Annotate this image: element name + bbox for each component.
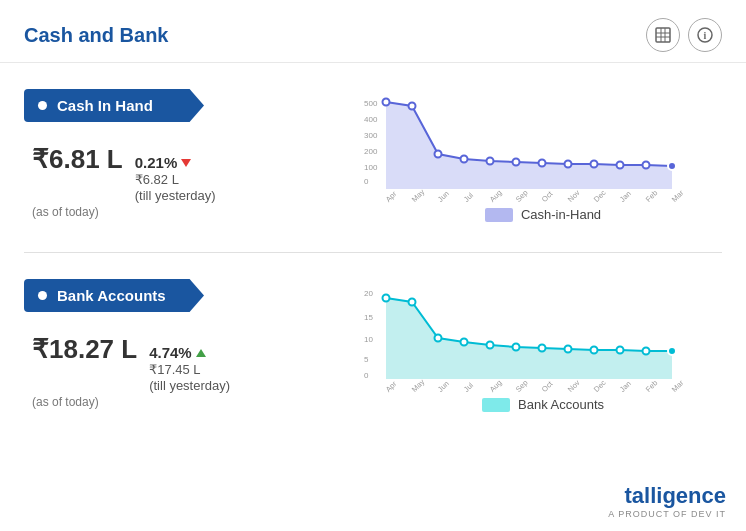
brand-tagline: A PRODUCT OF DEV IT <box>608 509 726 519</box>
svg-text:Feb: Feb <box>644 378 660 394</box>
chart-dot <box>539 345 546 352</box>
svg-text:Jul: Jul <box>462 381 475 394</box>
excel-icon-button[interactable] <box>646 18 680 52</box>
svg-text:Mar: Mar <box>670 188 686 204</box>
svg-text:Feb: Feb <box>644 188 660 204</box>
cash-in-hand-card: Cash In Hand ₹6.81 L 0.21% ₹6.82 L (till… <box>24 79 722 232</box>
chart-dot <box>565 161 572 168</box>
svg-text:0: 0 <box>364 371 369 380</box>
svg-text:400: 400 <box>364 115 378 124</box>
svg-text:Aug: Aug <box>488 378 504 394</box>
bank-accounts-value-row: ₹18.27 L 4.74% ₹17.45 L (till yesterday) <box>32 334 344 393</box>
bank-accounts-chart-area: 20 15 10 5 0 <box>344 279 722 412</box>
chart-dot <box>643 162 650 169</box>
svg-text:300: 300 <box>364 131 378 140</box>
chart-dot <box>435 335 442 342</box>
page-title: Cash and Bank <box>24 24 168 47</box>
chart-dot <box>617 347 624 354</box>
svg-text:100: 100 <box>364 163 378 172</box>
bank-accounts-left: Bank Accounts ₹18.27 L 4.74% ₹17.45 L (t… <box>24 279 344 409</box>
chart-dot-last <box>668 162 676 170</box>
svg-text:20: 20 <box>364 289 373 298</box>
bank-accounts-change: 4.74% ₹17.45 L (till yesterday) <box>149 344 230 393</box>
chart-dot <box>409 103 416 110</box>
svg-text:May: May <box>410 377 427 394</box>
main-content: Cash In Hand ₹6.81 L 0.21% ₹6.82 L (till… <box>0 63 746 458</box>
brand-name: talligence <box>625 483 726 509</box>
bank-legend-label: Bank Accounts <box>518 397 604 412</box>
svg-text:Dec: Dec <box>592 188 608 204</box>
svg-text:Jan: Jan <box>618 189 633 204</box>
chart-dot <box>617 162 624 169</box>
card-divider <box>24 252 722 253</box>
bank-accounts-chart: 20 15 10 5 0 <box>364 279 684 389</box>
cash-chart-fill <box>386 102 672 189</box>
chart-dot <box>591 347 598 354</box>
chart-dot <box>487 158 494 165</box>
cash-in-hand-as-of: (as of today) <box>32 205 344 219</box>
chart-dot <box>409 299 416 306</box>
info-icon-button[interactable]: i <box>688 18 722 52</box>
svg-text:Jul: Jul <box>462 191 475 204</box>
svg-text:May: May <box>410 187 427 204</box>
bank-accounts-badge: Bank Accounts <box>24 279 204 312</box>
svg-text:Aug: Aug <box>488 188 504 204</box>
svg-text:Oct: Oct <box>540 379 555 394</box>
svg-text:Nov: Nov <box>566 378 582 394</box>
header-actions: i <box>646 18 722 52</box>
bank-accounts-chart-container: 20 15 10 5 0 <box>364 279 722 393</box>
page-header: Cash and Bank i <box>0 0 746 63</box>
chart-dot <box>383 99 390 106</box>
bank-accounts-prev-value: ₹17.45 L <box>149 362 200 377</box>
bank-accounts-label: Bank Accounts <box>57 287 166 304</box>
svg-text:Dec: Dec <box>592 378 608 394</box>
cash-in-hand-badge: Cash In Hand <box>24 89 204 122</box>
svg-text:15: 15 <box>364 313 373 322</box>
bank-accounts-card: Bank Accounts ₹18.27 L 4.74% ₹17.45 L (t… <box>24 269 722 422</box>
svg-text:Jun: Jun <box>436 379 451 394</box>
bank-accounts-prev-label: (till yesterday) <box>149 378 230 393</box>
chart-dot <box>435 151 442 158</box>
bank-accounts-pct: 4.74% <box>149 344 206 361</box>
cash-in-hand-legend: Cash-in-Hand <box>485 207 601 222</box>
cash-in-hand-left: Cash In Hand ₹6.81 L 0.21% ₹6.82 L (till… <box>24 89 344 219</box>
down-arrow-icon <box>181 159 191 167</box>
cash-in-hand-prev-label: (till yesterday) <box>135 188 216 203</box>
cash-in-hand-prev-value: ₹6.82 L <box>135 172 179 187</box>
cash-in-hand-pct: 0.21% <box>135 154 192 171</box>
svg-text:Jun: Jun <box>436 189 451 204</box>
cash-in-hand-chart-area: 500 400 300 200 100 0 <box>344 89 722 222</box>
chart-dot <box>513 159 520 166</box>
chart-dot <box>643 348 650 355</box>
svg-text:500: 500 <box>364 99 378 108</box>
chart-dot <box>513 344 520 351</box>
cash-legend-color <box>485 208 513 222</box>
up-arrow-icon <box>196 349 206 357</box>
cash-in-hand-main-value: ₹6.81 L <box>32 144 123 175</box>
svg-text:Apr: Apr <box>384 379 399 394</box>
bank-chart-fill <box>386 298 672 379</box>
cash-in-hand-value-row: ₹6.81 L 0.21% ₹6.82 L (till yesterday) <box>32 144 344 203</box>
bank-accounts-main-value: ₹18.27 L <box>32 334 137 365</box>
chart-dot <box>565 346 572 353</box>
bank-accounts-legend: Bank Accounts <box>482 397 604 412</box>
chart-dot-last <box>668 347 676 355</box>
svg-text:Nov: Nov <box>566 188 582 204</box>
chart-dot <box>383 295 390 302</box>
svg-rect-0 <box>656 28 670 42</box>
svg-text:10: 10 <box>364 335 373 344</box>
bank-accounts-as-of: (as of today) <box>32 395 344 409</box>
chart-dot <box>461 339 468 346</box>
cash-in-hand-chart: 500 400 300 200 100 0 <box>364 89 684 199</box>
svg-text:Mar: Mar <box>670 378 686 394</box>
chart-dot <box>591 161 598 168</box>
cash-in-hand-label: Cash In Hand <box>57 97 153 114</box>
chart-dot <box>461 156 468 163</box>
svg-text:Jan: Jan <box>618 379 633 394</box>
svg-text:Sep: Sep <box>514 188 530 204</box>
svg-text:Apr: Apr <box>384 189 399 204</box>
bank-accounts-dot <box>38 291 47 300</box>
cash-in-hand-dot <box>38 101 47 110</box>
svg-text:5: 5 <box>364 355 369 364</box>
svg-text:200: 200 <box>364 147 378 156</box>
